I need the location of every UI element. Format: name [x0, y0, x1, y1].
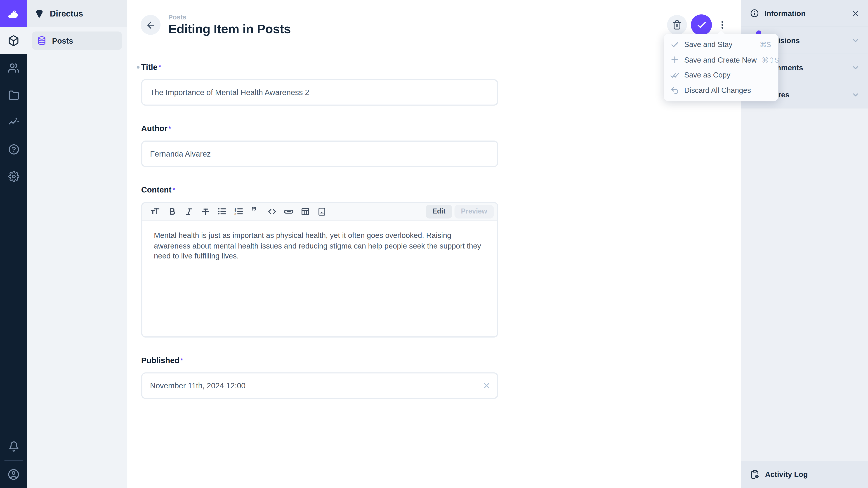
sidebar-section-information[interactable]: Information [741, 0, 868, 27]
chevron-down-icon[interactable] [851, 36, 860, 44]
toolbar-blockquote-button[interactable]: ” [247, 203, 264, 220]
nav-body: Posts [27, 27, 127, 54]
toolbar-image-button[interactable] [313, 203, 330, 220]
title-block: Posts Editing Item in Posts [168, 13, 291, 36]
project-fan-icon [34, 8, 45, 19]
clipboard-clock-icon [750, 470, 760, 479]
module-users-button[interactable] [0, 54, 27, 81]
nav-item-posts[interactable]: Posts [32, 32, 122, 50]
field-published: Published* [141, 355, 498, 399]
title-input[interactable] [150, 88, 489, 97]
save-button[interactable] [691, 14, 712, 35]
close-icon [851, 9, 860, 18]
menu-item-label: Discard All Changes [684, 86, 751, 94]
bell-icon [8, 441, 19, 452]
info-icon [750, 9, 759, 18]
author-input-wrapper [141, 141, 498, 167]
required-asterisk: * [181, 357, 183, 363]
toolbar-code-button[interactable] [264, 203, 280, 220]
chevron-down-icon[interactable] [851, 63, 860, 72]
title-input-wrapper [141, 79, 498, 106]
module-help-button[interactable] [0, 135, 27, 163]
menu-item-save-as-copy[interactable]: Save as Copy [664, 68, 778, 83]
menu-item-save-and-create-new[interactable]: Save and Create New ⌘⇧S [664, 52, 778, 67]
tab-edit[interactable]: Edit [426, 205, 452, 219]
module-bar [0, 0, 27, 488]
sidebar-filler [741, 108, 868, 461]
published-input[interactable] [150, 381, 489, 390]
close-icon [482, 381, 491, 390]
editor-mode-tabs: Edit Preview [426, 205, 494, 219]
users-icon [8, 62, 19, 73]
edited-indicator-dot [137, 66, 139, 68]
notifications-button[interactable] [0, 433, 27, 460]
toolbar-link-button[interactable] [280, 203, 297, 220]
clear-date-button[interactable] [482, 381, 491, 390]
strikethrough-icon [201, 207, 210, 216]
toolbar-numbered-list-button[interactable]: 1 2 3 [230, 203, 247, 220]
toolbar-bullet-list-button[interactable] [214, 203, 230, 220]
required-asterisk: * [159, 64, 161, 70]
project-header[interactable]: Directus [27, 0, 127, 27]
project-name: Directus [50, 9, 83, 18]
double-check-icon [671, 71, 679, 79]
toolbar-bold-button[interactable] [164, 203, 180, 220]
undo-icon [671, 86, 679, 95]
toolbar-italic-button[interactable] [180, 203, 197, 220]
content-textarea[interactable]: Mental health is just as important as ph… [142, 221, 497, 337]
folder-icon [8, 90, 19, 101]
rabbit-logo-icon [6, 6, 21, 21]
activity-log-button[interactable]: Activity Log [741, 461, 868, 488]
bold-icon [167, 207, 177, 216]
module-files-button[interactable] [0, 81, 27, 108]
save-options-menu: Save and Stay ⌘S Save and Create New ⌘⇧S… [664, 34, 778, 101]
help-icon [8, 144, 19, 155]
menu-item-shortcut: ⌘⇧S [762, 56, 779, 64]
format-size-icon [151, 206, 160, 217]
tab-preview[interactable]: Preview [454, 205, 494, 219]
plus-icon [671, 56, 679, 64]
field-author: Author* [141, 123, 498, 167]
close-sidebar-button[interactable] [851, 9, 860, 18]
menu-item-save-and-stay[interactable]: Save and Stay ⌘S [664, 37, 778, 52]
nav-item-label: Posts [52, 36, 73, 45]
item-form: Title* Author* Content* [141, 62, 498, 399]
table-icon [301, 207, 310, 216]
account-button[interactable] [0, 461, 27, 488]
editor-toolbar: 1 2 3 ” [142, 203, 497, 221]
toolbar-strikethrough-button[interactable] [197, 203, 214, 220]
module-insights-button[interactable] [0, 108, 27, 135]
delete-button[interactable] [667, 15, 687, 35]
field-content-label: Content* [141, 184, 175, 195]
field-content: Content* [141, 184, 498, 337]
module-content-button[interactable] [0, 27, 27, 54]
breadcrumb[interactable]: Posts [168, 13, 186, 21]
author-input[interactable] [150, 150, 489, 158]
database-icon [37, 36, 46, 45]
bullet-list-icon [217, 206, 227, 217]
user-circle-icon [8, 468, 19, 480]
numbered-list-icon: 1 2 3 [234, 206, 243, 217]
required-asterisk: * [173, 187, 175, 193]
link-icon [283, 206, 294, 217]
sidebar-section-label: Information [765, 9, 806, 18]
module-settings-button[interactable] [0, 163, 27, 190]
back-button[interactable] [141, 15, 160, 35]
module-bar-spacer [0, 190, 27, 433]
toolbar-format-size-button[interactable] [147, 203, 164, 220]
directus-logo-button[interactable] [0, 0, 27, 27]
menu-item-discard-all-changes[interactable]: Discard All Changes [664, 83, 778, 98]
main-content: Posts Editing Item in Posts [127, 0, 741, 488]
insights-icon [8, 116, 19, 128]
svg-text:”: ” [251, 206, 256, 217]
code-icon [267, 207, 277, 216]
required-asterisk: * [168, 125, 171, 132]
dots-vertical-icon [717, 20, 727, 30]
toolbar-table-button[interactable] [297, 203, 313, 220]
check-icon [696, 20, 707, 30]
chevron-down-icon[interactable] [851, 90, 860, 99]
page-title: Editing Item in Posts [168, 22, 291, 36]
markdown-editor: 1 2 3 ” [141, 202, 498, 338]
italic-icon [184, 207, 193, 216]
published-input-wrapper [141, 372, 498, 399]
